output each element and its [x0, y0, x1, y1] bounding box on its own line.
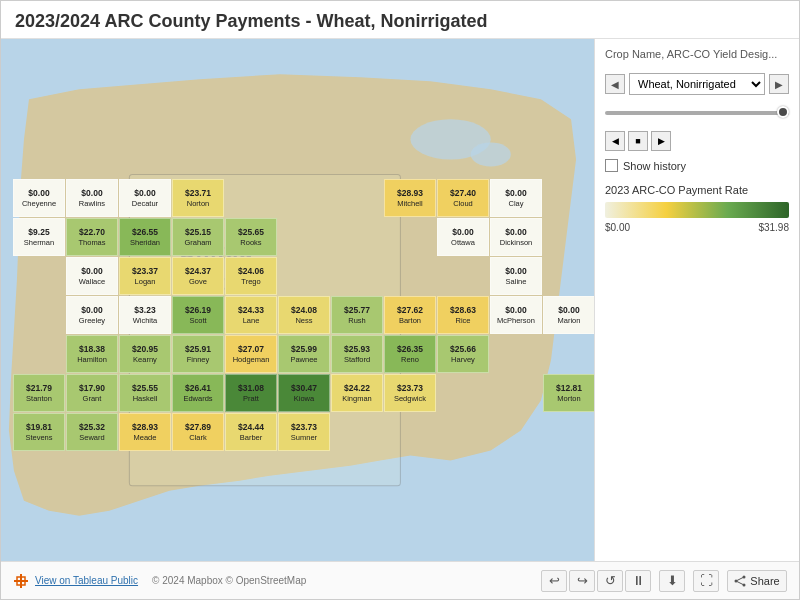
county-cell[interactable]: $24.37Gove: [172, 257, 224, 295]
share-btn[interactable]: Share: [727, 570, 787, 592]
county-cell[interactable]: $0.00McPherson: [490, 296, 542, 334]
county-cell[interactable]: $25.93Stafford: [331, 335, 383, 373]
county-cell[interactable]: $26.55Sheridan: [119, 218, 171, 256]
county-cell[interactable]: $27.07Hodgeman: [225, 335, 277, 373]
county-cell[interactable]: $28.93Mitchell: [384, 179, 436, 217]
county-cell[interactable]: [13, 257, 65, 295]
playback-next-btn[interactable]: ▶: [651, 131, 671, 151]
tableau-label[interactable]: View on Tableau Public: [35, 575, 138, 586]
playback-stop-btn[interactable]: ■: [628, 131, 648, 151]
county-cell[interactable]: $26.41Edwards: [172, 374, 224, 412]
county-cell[interactable]: $25.65Rooks: [225, 218, 277, 256]
county-cell[interactable]: $27.89Clark: [172, 413, 224, 451]
county-cell[interactable]: $25.91Finney: [172, 335, 224, 373]
county-cell[interactable]: [437, 374, 489, 412]
county-cell[interactable]: [384, 218, 436, 256]
show-history-checkbox[interactable]: [605, 159, 618, 172]
county-cell[interactable]: $25.99Pawnee: [278, 335, 330, 373]
county-cell[interactable]: $24.44Barber: [225, 413, 277, 451]
county-cell[interactable]: $24.33Lane: [225, 296, 277, 334]
share-icon: [734, 575, 746, 587]
county-cell[interactable]: [437, 257, 489, 295]
prev-crop-btn[interactable]: ◀: [605, 74, 625, 94]
county-cell[interactable]: $25.32Seward: [66, 413, 118, 451]
county-cell[interactable]: $25.66Harvey: [437, 335, 489, 373]
county-cell[interactable]: [543, 257, 594, 295]
playback-prev-btn[interactable]: ◀: [605, 131, 625, 151]
fullscreen-btn[interactable]: ⛶: [693, 570, 719, 592]
county-cell[interactable]: [225, 179, 277, 217]
show-history-label: Show history: [623, 160, 686, 172]
county-cell[interactable]: [13, 335, 65, 373]
county-cell[interactable]: $30.47Kiowa: [278, 374, 330, 412]
county-cell[interactable]: $28.93Meade: [119, 413, 171, 451]
county-cell[interactable]: [543, 335, 594, 373]
year-slider-track[interactable]: [605, 111, 789, 115]
county-cell[interactable]: $27.62Barton: [384, 296, 436, 334]
county-cell[interactable]: $22.70Thomas: [66, 218, 118, 256]
county-cell[interactable]: $12.81Morton: [543, 374, 594, 412]
next-crop-btn[interactable]: ▶: [769, 74, 789, 94]
county-cell[interactable]: $24.08Ness: [278, 296, 330, 334]
county-cell[interactable]: [331, 413, 383, 451]
county-cell[interactable]: $27.40Cloud: [437, 179, 489, 217]
county-cell[interactable]: $20.95Kearny: [119, 335, 171, 373]
county-cell[interactable]: $31.08Pratt: [225, 374, 277, 412]
county-cell[interactable]: $23.71Norton: [172, 179, 224, 217]
county-cell[interactable]: $0.00Marion: [543, 296, 594, 334]
county-cell[interactable]: $0.00Saline: [490, 257, 542, 295]
county-cell[interactable]: $23.73Sumner: [278, 413, 330, 451]
revert-btn[interactable]: ↺: [597, 570, 623, 592]
share-label: Share: [750, 575, 779, 587]
crop-selector-row: ◀ Wheat, Nonirrigated Wheat, Irrigated C…: [605, 73, 789, 95]
county-cell[interactable]: [543, 218, 594, 256]
county-cell[interactable]: [278, 179, 330, 217]
county-cell[interactable]: [384, 257, 436, 295]
legend-gradient: [605, 202, 789, 218]
county-cell[interactable]: [490, 335, 542, 373]
county-cell[interactable]: [384, 413, 436, 451]
download-btn[interactable]: ⬇: [659, 570, 685, 592]
playback-controls: ◀ ■ ▶: [605, 131, 789, 151]
county-cell[interactable]: $0.00Cheyenne: [13, 179, 65, 217]
county-cell[interactable]: $0.00Ottawa: [437, 218, 489, 256]
county-cell[interactable]: [278, 257, 330, 295]
county-cell[interactable]: $0.00Rawlins: [66, 179, 118, 217]
county-cell[interactable]: $0.00Dickinson: [490, 218, 542, 256]
redo-btn[interactable]: ↪: [569, 570, 595, 592]
pause-btn[interactable]: ⏸: [625, 570, 651, 592]
county-cell[interactable]: $9.25Sherman: [13, 218, 65, 256]
county-cell[interactable]: [437, 413, 489, 451]
county-cell[interactable]: $23.37Logan: [119, 257, 171, 295]
county-cell[interactable]: $23.73Sedgwick: [384, 374, 436, 412]
county-cell[interactable]: $24.22Kingman: [331, 374, 383, 412]
county-cell[interactable]: [331, 179, 383, 217]
county-cell[interactable]: $25.15Graham: [172, 218, 224, 256]
county-cell[interactable]: $19.81Stevens: [13, 413, 65, 451]
undo-btn[interactable]: ↩: [541, 570, 567, 592]
crop-dropdown[interactable]: Wheat, Nonirrigated Wheat, Irrigated Cor…: [629, 73, 765, 95]
county-cell[interactable]: $24.06Trego: [225, 257, 277, 295]
county-cell[interactable]: [331, 218, 383, 256]
county-cell[interactable]: [13, 296, 65, 334]
county-cell[interactable]: $26.35Reno: [384, 335, 436, 373]
county-cell[interactable]: $0.00Clay: [490, 179, 542, 217]
county-cell[interactable]: $21.79Stanton: [13, 374, 65, 412]
copyright: © 2024 Mapbox © OpenStreetMap: [152, 575, 306, 586]
county-cell[interactable]: $0.00Decatur: [119, 179, 171, 217]
county-cell[interactable]: [331, 257, 383, 295]
county-cell[interactable]: $25.55Haskell: [119, 374, 171, 412]
content-area: United States $0.00Cheyenne$0.00Rawlins$…: [1, 39, 799, 561]
county-cell[interactable]: $26.19Scott: [172, 296, 224, 334]
county-cell[interactable]: $0.00Wallace: [66, 257, 118, 295]
county-cell[interactable]: $28.63Rice: [437, 296, 489, 334]
county-cell[interactable]: [543, 179, 594, 217]
county-cell[interactable]: $25.77Rush: [331, 296, 383, 334]
county-cell[interactable]: [490, 374, 542, 412]
county-cell[interactable]: $18.38Hamilton: [66, 335, 118, 373]
county-cell[interactable]: $0.00Greeley: [66, 296, 118, 334]
year-slider-thumb[interactable]: [777, 106, 789, 118]
county-cell[interactable]: $17.90Grant: [66, 374, 118, 412]
county-cell[interactable]: $3.23Wichita: [119, 296, 171, 334]
county-cell[interactable]: [278, 218, 330, 256]
